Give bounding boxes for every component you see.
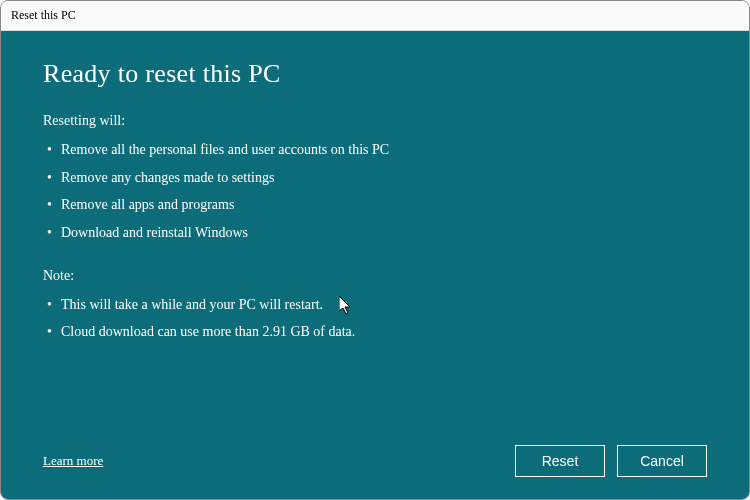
reset-pc-dialog: Reset this PC Ready to reset this PC Res… xyxy=(0,0,750,500)
window-titlebar: Reset this PC xyxy=(1,1,749,31)
learn-more-link[interactable]: Learn more xyxy=(43,453,103,469)
list-item: Cloud download can use more than 2.91 GB… xyxy=(43,321,707,343)
list-item: This will take a while and your PC will … xyxy=(43,294,707,316)
page-title: Ready to reset this PC xyxy=(43,59,707,89)
list-item: Remove all apps and programs xyxy=(43,194,707,216)
resetting-will-list: Remove all the personal files and user a… xyxy=(43,139,707,250)
note-label: Note: xyxy=(43,268,707,284)
dialog-content: Ready to reset this PC Resetting will: R… xyxy=(1,31,749,499)
button-row: Reset Cancel xyxy=(515,445,707,477)
window-title: Reset this PC xyxy=(11,8,76,23)
resetting-will-label: Resetting will: xyxy=(43,113,707,129)
note-list: This will take a while and your PC will … xyxy=(43,294,707,349)
list-item: Download and reinstall Windows xyxy=(43,222,707,244)
reset-button[interactable]: Reset xyxy=(515,445,605,477)
list-item: Remove any changes made to settings xyxy=(43,167,707,189)
list-item: Remove all the personal files and user a… xyxy=(43,139,707,161)
cancel-button[interactable]: Cancel xyxy=(617,445,707,477)
dialog-footer: Learn more Reset Cancel xyxy=(43,435,707,477)
